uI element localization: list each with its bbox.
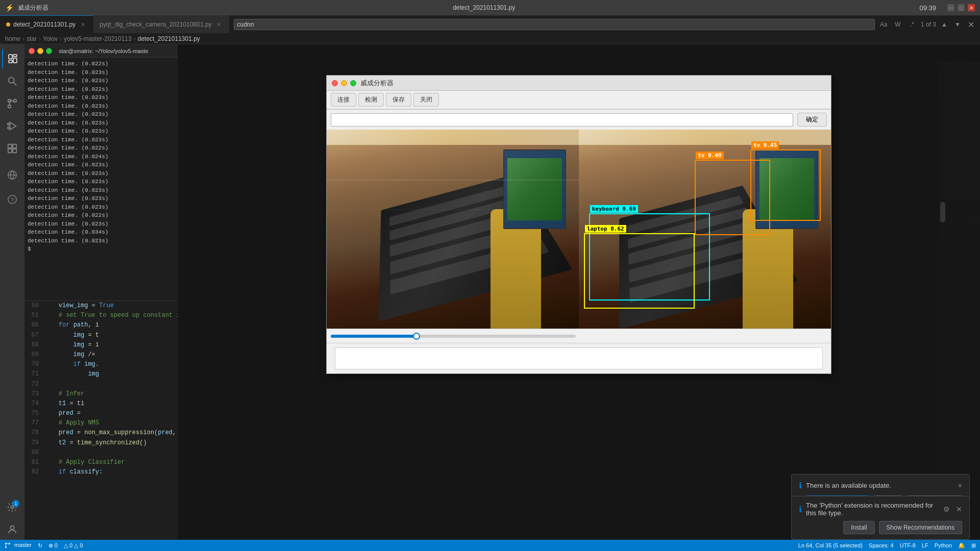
update-notification-close[interactable]: × xyxy=(958,482,962,490)
breadcrumb-star[interactable]: star xyxy=(27,35,37,42)
activity-settings[interactable]: 1 xyxy=(2,497,22,517)
update-info-icon: ℹ xyxy=(799,481,802,490)
tab-detect[interactable]: detect_2021011301.py ✕ xyxy=(0,15,93,33)
python-gear-icon[interactable]: ⚙ xyxy=(943,505,950,513)
term-min-dot[interactable] xyxy=(37,48,43,54)
tab-close-camera[interactable]: ✕ xyxy=(215,20,223,29)
activity-explorer[interactable] xyxy=(2,48,22,69)
status-spaces[interactable]: Spaces: 4 xyxy=(869,542,894,548)
whole-word-btn[interactable]: W xyxy=(892,19,903,30)
slider-thumb[interactable] xyxy=(413,333,420,340)
tab-camera[interactable]: pyqt_dlg_check_camera_2021010801.py ✕ xyxy=(93,15,230,33)
search-next-btn[interactable]: ▼ xyxy=(952,19,963,30)
status-warnings[interactable]: △ 0 △ 0 xyxy=(64,542,83,549)
maximize-btn[interactable]: □ xyxy=(958,4,965,11)
dialog-camera-original xyxy=(327,130,579,329)
svg-point-20 xyxy=(10,526,14,530)
dialog-min-dot[interactable] xyxy=(341,80,347,86)
activity-remote[interactable] xyxy=(2,165,22,185)
install-button[interactable]: Install xyxy=(843,521,874,534)
dialog-text-input[interactable] xyxy=(331,113,793,127)
terminal-line: detection time. (0.023s) xyxy=(28,110,175,119)
activity-debug[interactable] xyxy=(2,116,22,136)
terminal-line: detection time. (0.023s) xyxy=(28,102,175,111)
detection-tv2: tv 0.45 xyxy=(750,149,821,221)
breadcrumb-home[interactable]: home xyxy=(5,35,20,42)
term-close-dot[interactable] xyxy=(29,48,35,54)
terminal-line: detection time. (0.034s) xyxy=(28,228,175,237)
detection-tv1-label: tv 0.40 xyxy=(696,152,723,159)
terminal-prompt: $ xyxy=(28,245,175,254)
breadcrumb-yolov5[interactable]: yolov5-master-20210113 xyxy=(64,35,132,42)
activity-extensions[interactable] xyxy=(2,138,22,159)
svg-marker-9 xyxy=(10,122,16,130)
dialog-confirm-button[interactable]: 确定 xyxy=(797,113,827,127)
show-recommendations-button[interactable]: Show Recommendations xyxy=(879,521,962,534)
terminal-line: detection time. (0.023s) xyxy=(28,186,175,195)
term-max-dot[interactable] xyxy=(46,48,52,54)
activity-unknown[interactable]: ? xyxy=(2,189,22,210)
connect-button[interactable]: 连接 xyxy=(331,93,356,107)
title-bar-controls: 09:39 ─ □ ✕ xyxy=(919,4,975,12)
save-button[interactable]: 保存 xyxy=(386,93,411,107)
activity-git[interactable] xyxy=(2,93,22,114)
case-sensitive-btn[interactable]: Aa xyxy=(878,19,889,30)
python-notification-text: The 'Python' extension is recommended fo… xyxy=(806,502,939,517)
close-btn[interactable]: ✕ xyxy=(968,4,975,11)
status-line-col[interactable]: Ln 64, Col 35 (5 selected) xyxy=(798,542,863,548)
code-line-70: 70 if img. xyxy=(24,360,178,369)
search-bar: Aa W .* 1 of 3 ▲ ▼ ✕ xyxy=(230,16,980,33)
code-line-66: 66 for path, i xyxy=(24,320,178,330)
slider-track[interactable] xyxy=(331,335,576,338)
terminal-line: detection time. (0.023s) xyxy=(28,178,175,186)
dialog-max-dot[interactable] xyxy=(350,80,356,86)
status-encoding[interactable]: UTF-8 xyxy=(900,542,916,548)
search-close-btn[interactable]: ✕ xyxy=(966,19,976,30)
python-notification-close[interactable]: ✕ xyxy=(956,505,962,513)
code-line-blank4: 80 xyxy=(24,448,178,458)
detection-scene: keyboard 0.69 laptop 0.62 tv 0.40 xyxy=(579,130,831,329)
terminal-line: detection time. (0.023s) xyxy=(28,119,175,128)
activity-account[interactable] xyxy=(2,519,22,540)
status-language[interactable]: Python xyxy=(935,542,952,548)
search-input-wrap[interactable] xyxy=(234,19,875,30)
dialog-close-dot[interactable] xyxy=(332,80,338,86)
activity-search[interactable] xyxy=(2,71,22,91)
code-line-blank2: 72 xyxy=(24,380,178,389)
close-button[interactable]: 关闭 xyxy=(413,93,439,107)
dialog-textarea[interactable] xyxy=(335,347,823,369)
terminal-line: detection time. (0.023s) xyxy=(28,161,175,169)
python-notification: ℹ The 'Python' extension is recommended … xyxy=(791,496,970,540)
app-icon: ⚡ xyxy=(5,4,14,12)
regex-btn[interactable]: .* xyxy=(906,19,918,30)
code-line-67: 67 img = t xyxy=(24,331,178,340)
dialog-camera-detection: keyboard 0.69 laptop 0.62 tv 0.40 xyxy=(579,130,831,329)
status-errors[interactable]: ⊗ 0 xyxy=(48,542,58,549)
status-bell[interactable]: 🔔 xyxy=(958,542,965,549)
tab-close-detect[interactable]: ✕ xyxy=(79,20,87,29)
terminal-line: detection time. (0.023s) xyxy=(28,237,175,245)
search-input[interactable] xyxy=(237,21,268,28)
light-strip xyxy=(327,130,579,145)
svg-rect-0 xyxy=(9,55,12,59)
code-line-51: 51 # set True to speed up constant image… xyxy=(24,311,178,320)
status-bar-right: Ln 64, Col 35 (5 selected) Spaces: 4 UTF… xyxy=(798,542,976,549)
search-prev-btn[interactable]: ▲ xyxy=(939,19,949,30)
python-notification-buttons: Install Show Recommendations xyxy=(799,521,962,534)
svg-rect-2 xyxy=(13,58,17,63)
detect-button[interactable]: 检测 xyxy=(358,93,384,107)
terminal-line: detection time. (0.023s) xyxy=(28,194,175,203)
terminal-line: detection time. (0.023s) xyxy=(28,220,175,229)
status-bar: master ↻ ⊗ 0 △ 0 △ 0 Ln 64, Col 35 (5 se… xyxy=(0,540,980,551)
breadcrumb-file[interactable]: detect_2021011301.py xyxy=(138,35,200,42)
status-line-ending[interactable]: LF xyxy=(922,542,928,548)
dialog-content-row xyxy=(327,343,831,373)
terminal-line: detection time. (0.022s) xyxy=(28,144,175,153)
left-panel: star@xmatrix: ~/Yolov/yolov5-maste detec… xyxy=(24,44,178,540)
breadcrumb-yolov[interactable]: Yolov xyxy=(43,35,58,42)
status-git[interactable]: master xyxy=(4,542,32,549)
status-remote[interactable]: ⊞ xyxy=(971,542,976,549)
minimize-btn[interactable]: ─ xyxy=(947,4,954,11)
status-sync[interactable]: ↻ xyxy=(38,542,42,549)
python-info-icon: ℹ xyxy=(799,505,802,514)
